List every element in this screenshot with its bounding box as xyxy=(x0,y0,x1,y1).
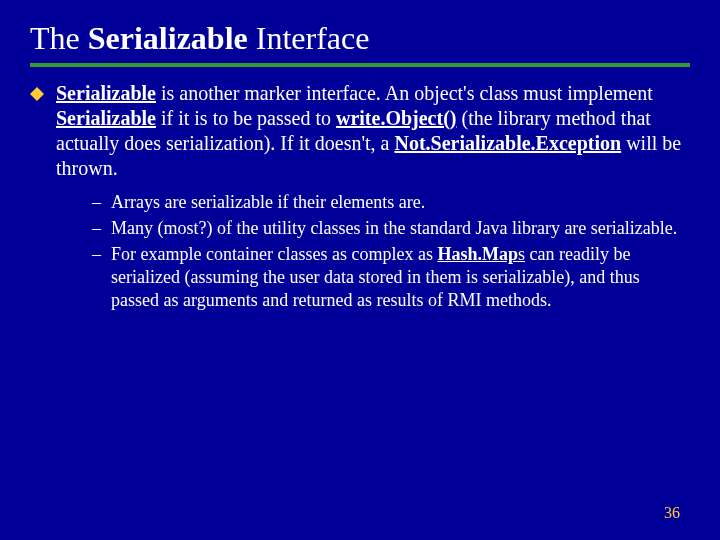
kw-serializable-1: Serializable xyxy=(56,82,156,104)
svg-marker-0 xyxy=(30,87,44,101)
title-post: Interface xyxy=(248,20,370,56)
s3-pre: For example container classes as complex… xyxy=(111,244,437,264)
sub-text-2: Many (most?) of the utility classes in t… xyxy=(111,217,690,240)
slide-title: The Serializable Interface xyxy=(30,20,690,57)
main-text: Serializable is another marker interface… xyxy=(56,81,690,181)
kw-notserializableexception: Not.Serializable.Exception xyxy=(395,132,622,154)
sub-text-1: Arrays are serializable if their element… xyxy=(111,191,690,214)
sub-text-3: For example container classes as complex… xyxy=(111,243,690,312)
sub-bullet-list: – Arrays are serializable if their eleme… xyxy=(92,191,690,312)
kw-hashmap: Hash.Map xyxy=(437,244,518,264)
list-item: – Arrays are serializable if their eleme… xyxy=(92,191,690,214)
kw-serializable-2: Serializable xyxy=(56,107,156,129)
t2: if it is to be passed to xyxy=(156,107,336,129)
list-item: – Many (most?) of the utility classes in… xyxy=(92,217,690,240)
dash-icon: – xyxy=(92,191,101,214)
dash-icon: – xyxy=(92,243,101,312)
page-number: 36 xyxy=(664,504,680,522)
t1: is another marker interface. An object's… xyxy=(156,82,653,104)
s3-s: s xyxy=(518,244,525,264)
kw-writeobject: write.Object() xyxy=(336,107,457,129)
slide: The Serializable Interface Serializable … xyxy=(0,0,720,540)
main-bullet: Serializable is another marker interface… xyxy=(30,81,690,181)
title-underline xyxy=(30,63,690,67)
list-item: – For example container classes as compl… xyxy=(92,243,690,312)
title-bold: Serializable xyxy=(88,20,248,56)
title-pre: The xyxy=(30,20,88,56)
dash-icon: – xyxy=(92,217,101,240)
diamond-bullet-icon xyxy=(30,87,44,101)
